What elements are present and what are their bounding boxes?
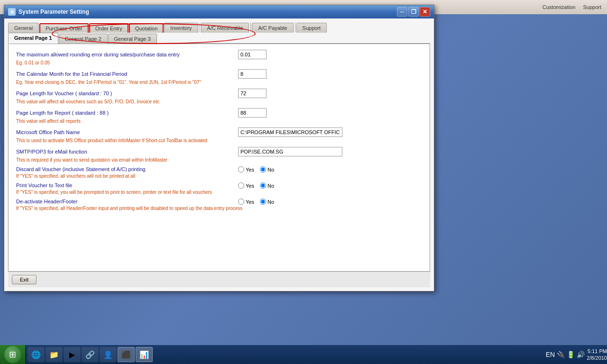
ms-office-path-input[interactable] — [238, 127, 342, 137]
taskbar-explorer-icon[interactable]: 📁 — [46, 347, 63, 362]
smtp-pop3-input[interactable] — [238, 147, 342, 156]
subtab-general-page2[interactable]: General Page 2 — [59, 34, 108, 44]
sub-tabs-row: General Page 1 General Page 2 General Pa… — [8, 32, 430, 44]
tab-inventory[interactable]: Inventory — [164, 23, 198, 33]
calendar-month-row: The Calendar Month for the 1st Financial… — [16, 69, 422, 85]
deactivate-header-yes-radio[interactable] — [238, 199, 244, 205]
discard-voucher-no-label[interactable]: No — [260, 166, 274, 173]
subtab-general-page3[interactable]: General Page 3 — [108, 34, 157, 44]
taskbar-media-icon[interactable]: ▶ — [64, 347, 81, 362]
calendar-month-desc: Eg. Year end closing is DEC, the 1st F/P… — [16, 80, 422, 85]
minimize-icon: ─ — [400, 9, 405, 15]
deactivate-header-no-label[interactable]: No — [260, 199, 274, 205]
print-voucher-row: Print Voucher to Text file Yes No — [16, 182, 422, 195]
ms-office-path-row: Microsoft Office Path Name This is used … — [16, 127, 422, 143]
page-length-report-desc: This value will affect all reports — [16, 118, 422, 124]
deactivate-header-yes-label[interactable]: Yes — [238, 199, 254, 205]
print-voucher-label: Print Voucher to Text file — [16, 182, 234, 188]
rounding-error-label: The maximum allowed rounding error durin… — [16, 52, 234, 57]
rounding-error-desc: Eg. 0.01 or 0.05 — [16, 60, 422, 65]
page-length-voucher-desc: This value will affect all vouchers such… — [16, 99, 422, 104]
rounding-error-input[interactable] — [238, 50, 267, 59]
close-button[interactable]: ✕ — [420, 7, 430, 17]
network-sys-icon: 🔌 — [557, 351, 565, 358]
taskbar-cmd-icon[interactable]: ⬛ — [118, 347, 135, 362]
tab-support[interactable]: Support — [296, 23, 327, 33]
deactivate-header-label: De-activate Header/Footer — [16, 199, 234, 204]
ms-office-path-desc: This is used to activate MS Office produ… — [16, 138, 422, 143]
close-icon: ✕ — [423, 9, 427, 15]
customization-menu[interactable]: Customization — [541, 3, 578, 11]
tabs-container: General Purchase Order Order Entry Quota… — [8, 22, 430, 287]
clock-date: 2/8/2010 — [587, 355, 607, 361]
print-voucher-desc: If "YES" is specified, you will be promp… — [16, 190, 422, 195]
tab-panel: The maximum allowed rounding error durin… — [8, 44, 430, 272]
ms-office-path-inline: Microsoft Office Path Name — [16, 127, 422, 137]
rounding-error-inline: The maximum allowed rounding error durin… — [16, 50, 422, 59]
print-voucher-yes-label[interactable]: Yes — [238, 182, 254, 189]
discard-voucher-inline: Discard all Voucher (inclusive Statement… — [16, 166, 422, 173]
restore-button[interactable]: ❐ — [408, 7, 419, 17]
tab-purchase-order[interactable]: Purchase Order — [39, 23, 89, 33]
battery-icon: 🔋 — [567, 351, 575, 358]
page-length-voucher-label: Page Length for Voucher ( standard : 70 … — [16, 91, 234, 96]
page-length-report-inline: Page Length for Report ( standard : 88 ) — [16, 108, 422, 118]
discard-voucher-yes-label[interactable]: Yes — [238, 166, 254, 173]
taskbar-clock[interactable]: 5:11 PM 2/8/2010 — [587, 348, 607, 362]
deactivate-header-no-radio[interactable] — [260, 199, 266, 205]
taskbar: ⊞ 🌐 📁 ▶ 🔗 👤 ⬛ 📊 EN 🔌 🔋 🔊 5:11 PM 2/8/201… — [0, 345, 607, 364]
tab-order-entry[interactable]: Order Entry — [89, 23, 129, 33]
discard-voucher-label: Discard all Voucher (inclusive Statement… — [16, 166, 234, 172]
calendar-month-input[interactable] — [238, 69, 267, 79]
no-label3: No — [267, 199, 274, 205]
window-titlebar: ⚙ System Parameter Setting ─ ❐ ✕ — [4, 5, 434, 18]
smtp-pop3-inline: SMTP/POP3 for eMail function — [16, 147, 422, 156]
smtp-pop3-label: SMTP/POP3 for eMail function — [16, 149, 234, 155]
deactivate-header-desc: If "YES" is specified, all Header/Footer… — [16, 206, 422, 211]
tab-separator2 — [250, 23, 251, 32]
page-length-voucher-input[interactable] — [238, 89, 267, 98]
taskbar-user-icon[interactable]: 👤 — [100, 347, 117, 362]
page-length-report-input[interactable] — [238, 108, 267, 118]
start-button[interactable]: ⊞ — [0, 345, 26, 364]
tab-ac-receivable[interactable]: A/C Receivable — [201, 23, 249, 33]
print-voucher-no-label[interactable]: No — [260, 182, 274, 189]
yes-label3: Yes — [246, 199, 254, 205]
tab-quotation[interactable]: Quotation — [129, 23, 164, 33]
rounding-error-row: The maximum allowed rounding error durin… — [16, 50, 422, 65]
calendar-month-label: The Calendar Month for the 1st Financial… — [16, 71, 234, 77]
print-voucher-yes-radio[interactable] — [238, 182, 244, 189]
smtp-pop3-row: SMTP/POP3 for eMail function This is req… — [16, 147, 422, 163]
calendar-month-inline: The Calendar Month for the 1st Financial… — [16, 69, 422, 79]
deactivate-header-radio-group: Yes No — [238, 199, 274, 205]
discard-voucher-yes-radio[interactable] — [238, 166, 244, 173]
support-menu[interactable]: Support — [581, 3, 603, 11]
exit-button[interactable]: Exit — [12, 275, 37, 284]
taskbar-network-icon[interactable]: 🔗 — [82, 347, 99, 362]
discard-voucher-no-radio[interactable] — [260, 166, 266, 173]
taskbar-ie-icon[interactable]: 🌐 — [28, 347, 45, 362]
deactivate-header-inline: De-activate Header/Footer Yes No — [16, 199, 422, 205]
page-length-voucher-row: Page Length for Voucher ( standard : 70 … — [16, 89, 422, 104]
start-orb: ⊞ — [4, 346, 21, 363]
discard-voucher-radio-group: Yes No — [238, 166, 274, 173]
main-tabs-row: General Purchase Order Order Entry Quota… — [8, 22, 430, 32]
minimize-button[interactable]: ─ — [397, 7, 407, 17]
page-length-report-label: Page Length for Report ( standard : 88 ) — [16, 110, 234, 116]
print-voucher-radio-group: Yes No — [238, 182, 274, 189]
clock-time: 5:11 PM — [587, 348, 607, 355]
volume-icon[interactable]: 🔊 — [577, 351, 585, 358]
taskbar-app-icon[interactable]: 📊 — [136, 347, 153, 362]
ms-office-path-label: Microsoft Office Path Name — [16, 129, 234, 135]
print-voucher-no-radio[interactable] — [260, 182, 266, 189]
tab-separator — [200, 23, 200, 32]
taskbar-sys: EN 🔌 🔋 🔊 — [544, 351, 587, 358]
window-icon: ⚙ — [8, 8, 16, 16]
subtab-general-page1[interactable]: General Page 1 — [8, 33, 58, 44]
bottom-bar: Exit — [8, 272, 430, 287]
discard-voucher-row: Discard all Voucher (inclusive Statement… — [16, 166, 422, 179]
yes-label2: Yes — [246, 183, 254, 189]
tab-general[interactable]: General — [8, 23, 39, 33]
page-length-voucher-inline: Page Length for Voucher ( standard : 70 … — [16, 89, 422, 98]
tab-ac-payable[interactable]: A/C Payable — [252, 23, 293, 33]
